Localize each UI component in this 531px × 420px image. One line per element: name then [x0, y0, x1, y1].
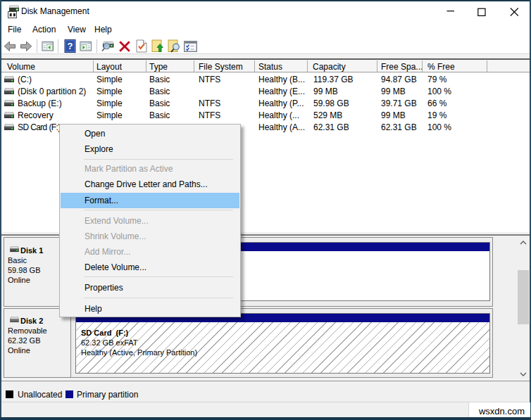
svg-text:?: ?: [68, 41, 73, 51]
